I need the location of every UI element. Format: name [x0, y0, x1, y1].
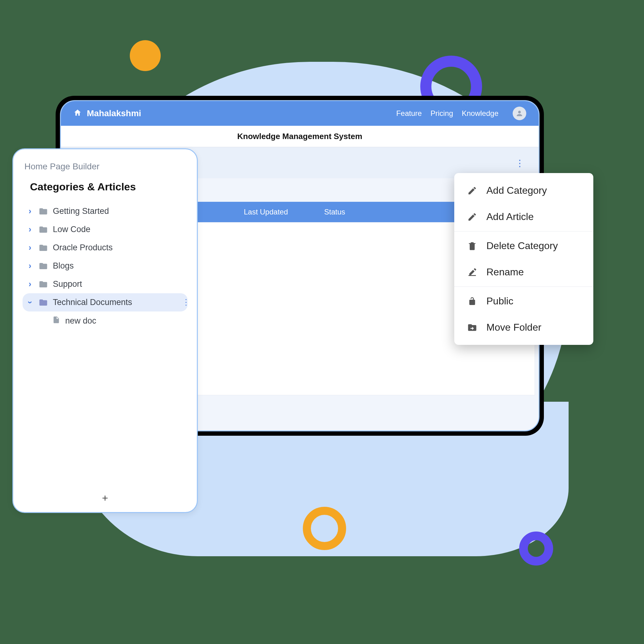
category-tree: › Getting Started › Low Code › Oracle Pr… [23, 202, 188, 489]
menu-divider [454, 286, 593, 287]
chevron-right-icon: › [26, 243, 34, 252]
decorative-ring-orange [303, 507, 346, 550]
pencil-icon [467, 186, 478, 196]
menu-item-label: Move Folder [486, 322, 541, 333]
folder-icon [39, 261, 48, 271]
menu-item-label: Rename [486, 266, 524, 278]
chevron-right-icon: › [26, 279, 34, 289]
sidebar-item-label: Oracle Products [53, 243, 113, 252]
nav-links: Feature Pricing Knowledge [396, 107, 526, 120]
context-menu: Add Category Add Article Delete Category… [454, 173, 593, 345]
nav-link-knowledge[interactable]: Knowledge [462, 109, 498, 118]
move-folder-icon [467, 323, 478, 333]
menu-rename[interactable]: Rename [454, 259, 593, 285]
add-button[interactable]: + [23, 489, 188, 506]
chevron-down-icon: › [25, 299, 35, 306]
chevron-right-icon: › [26, 225, 34, 234]
sidebar-item-low-code[interactable]: › Low Code [23, 220, 188, 239]
sidebar-panel: Home Page Builder Categories & Articles … [12, 148, 198, 513]
sidebar-item-technical-documents[interactable]: › Technical Documents ⋮ [23, 293, 188, 311]
menu-item-label: Delete Category [486, 240, 558, 252]
avatar[interactable] [513, 107, 526, 120]
sidebar-section-title: Categories & Articles [23, 181, 188, 193]
menu-add-article[interactable]: Add Article [454, 204, 593, 230]
decorative-ring-purple-small [519, 532, 553, 566]
unlock-icon [467, 296, 478, 306]
sidebar-item-label: Low Code [53, 225, 91, 234]
document-icon [52, 316, 60, 326]
decorative-circle-orange [130, 40, 161, 71]
folder-icon [39, 243, 48, 252]
nav-link-feature[interactable]: Feature [396, 109, 422, 118]
sidebar-child-new-doc[interactable]: new doc [23, 311, 188, 330]
menu-divider [454, 231, 593, 231]
column-last-updated[interactable]: Last Updated [238, 208, 318, 216]
nav-link-pricing[interactable]: Pricing [430, 109, 453, 118]
top-nav-bar: Mahalakshmi Feature Pricing Knowledge [61, 101, 539, 126]
menu-item-label: Add Category [486, 185, 547, 196]
home-icon[interactable] [73, 108, 82, 118]
sidebar-item-label: Support [53, 279, 82, 289]
folder-icon [39, 298, 48, 307]
chevron-right-icon: › [26, 206, 34, 216]
folder-icon [39, 280, 48, 289]
brand-title[interactable]: Mahalakshmi [87, 108, 396, 118]
sidebar-child-label: new doc [65, 316, 96, 326]
folder-icon [39, 225, 48, 234]
sidebar-item-oracle-products[interactable]: › Oracle Products [23, 239, 188, 257]
chevron-right-icon: › [26, 261, 34, 271]
sidebar-item-support[interactable]: › Support [23, 275, 188, 293]
menu-item-label: Add Article [486, 211, 534, 222]
sidebar-item-label: Getting Started [53, 206, 109, 216]
menu-delete-category[interactable]: Delete Category [454, 233, 593, 259]
edit-underline-icon [467, 267, 478, 277]
column-status[interactable]: Status [318, 208, 367, 216]
pencil-icon [467, 212, 478, 222]
breadcrumb[interactable]: Home Page Builder [23, 162, 188, 172]
trash-icon [467, 241, 478, 251]
menu-add-category[interactable]: Add Category [454, 177, 593, 204]
sidebar-item-label: Blogs [53, 261, 74, 271]
menu-public[interactable]: Public [454, 288, 593, 314]
sidebar-item-getting-started[interactable]: › Getting Started [23, 202, 188, 220]
menu-move-folder[interactable]: Move Folder [454, 314, 593, 341]
sidebar-item-blogs[interactable]: › Blogs [23, 257, 188, 275]
page-kebab-menu-icon[interactable]: ⋮ [515, 158, 525, 168]
sidebar-item-label: Technical Documents [53, 298, 132, 307]
folder-icon [39, 207, 48, 216]
row-kebab-menu-icon[interactable]: ⋮ [182, 298, 188, 307]
menu-item-label: Public [486, 295, 513, 307]
app-title: Knowledge Management System [61, 126, 539, 147]
